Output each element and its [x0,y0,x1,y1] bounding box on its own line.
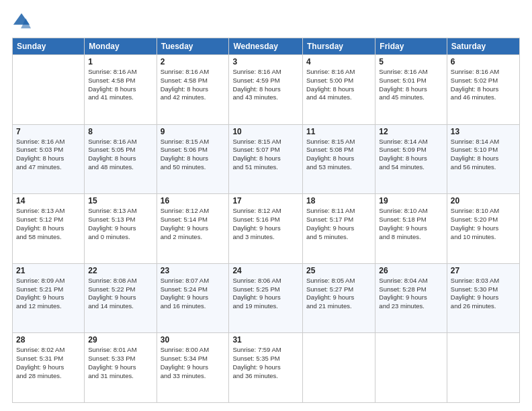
calendar-cell: 19Sunrise: 8:10 AM Sunset: 5:18 PM Dayli… [375,194,447,264]
day-info: Sunrise: 8:16 AM Sunset: 4:58 PM Dayligh… [88,68,152,102]
day-info: Sunrise: 8:10 AM Sunset: 5:18 PM Dayligh… [379,207,443,241]
calendar-cell: 30Sunrise: 8:00 AM Sunset: 5:34 PM Dayli… [157,333,229,403]
calendar-cell: 9Sunrise: 8:15 AM Sunset: 5:06 PM Daylig… [157,124,229,194]
day-number: 19 [379,196,443,205]
day-info: Sunrise: 8:14 AM Sunset: 5:10 PM Dayligh… [451,138,516,172]
day-number: 7 [16,127,81,136]
calendar-cell: 29Sunrise: 8:01 AM Sunset: 5:33 PM Dayli… [85,333,157,403]
day-number: 29 [88,335,152,345]
day-number: 20 [451,196,516,205]
calendar-cell: 20Sunrise: 8:10 AM Sunset: 5:20 PM Dayli… [447,194,519,264]
day-number: 31 [232,335,299,345]
day-number: 22 [88,266,152,275]
week-row-4: 21Sunrise: 8:09 AM Sunset: 5:21 PM Dayli… [13,263,520,333]
day-number: 30 [161,335,226,345]
weekday-header-saturday: Saturday [447,38,519,55]
weekday-header-sunday: Sunday [13,38,85,55]
week-row-1: 1Sunrise: 8:16 AM Sunset: 4:58 PM Daylig… [13,55,520,125]
day-info: Sunrise: 8:01 AM Sunset: 5:33 PM Dayligh… [88,346,152,380]
calendar-cell: 24Sunrise: 8:06 AM Sunset: 5:25 PM Dayli… [229,263,303,333]
calendar-cell: 23Sunrise: 8:07 AM Sunset: 5:24 PM Dayli… [157,263,229,333]
day-info: Sunrise: 8:15 AM Sunset: 5:07 PM Dayligh… [232,138,299,172]
day-number: 12 [379,127,443,136]
day-number: 27 [451,266,516,275]
day-info: Sunrise: 8:05 AM Sunset: 5:27 PM Dayligh… [306,277,371,311]
calendar-cell: 8Sunrise: 8:16 AM Sunset: 5:05 PM Daylig… [85,124,157,194]
calendar-cell: 1Sunrise: 8:16 AM Sunset: 4:58 PM Daylig… [85,55,157,125]
day-number: 15 [88,196,152,205]
day-info: Sunrise: 8:16 AM Sunset: 4:59 PM Dayligh… [232,68,299,102]
weekday-header-wednesday: Wednesday [229,38,303,55]
weekday-header-row: SundayMondayTuesdayWednesdayThursdayFrid… [13,38,520,55]
day-number: 16 [161,196,226,205]
day-info: Sunrise: 8:07 AM Sunset: 5:24 PM Dayligh… [161,277,226,311]
day-number: 25 [306,266,371,275]
logo [12,12,34,31]
day-info: Sunrise: 8:13 AM Sunset: 5:12 PM Dayligh… [16,207,81,241]
day-number: 6 [451,57,516,66]
calendar-cell: 27Sunrise: 8:03 AM Sunset: 5:30 PM Dayli… [447,263,519,333]
calendar-cell [303,333,375,403]
calendar-cell: 7Sunrise: 8:16 AM Sunset: 5:03 PM Daylig… [13,124,85,194]
day-number: 21 [16,266,81,275]
day-info: Sunrise: 8:16 AM Sunset: 5:00 PM Dayligh… [306,68,371,102]
calendar-cell: 26Sunrise: 8:04 AM Sunset: 5:28 PM Dayli… [375,263,447,333]
calendar-cell: 4Sunrise: 8:16 AM Sunset: 5:00 PM Daylig… [303,55,375,125]
calendar-cell [447,333,519,403]
day-number: 8 [88,127,152,136]
day-number: 9 [161,127,226,136]
day-info: Sunrise: 8:15 AM Sunset: 5:06 PM Dayligh… [161,138,226,172]
day-info: Sunrise: 8:12 AM Sunset: 5:14 PM Dayligh… [161,207,226,241]
logo-icon [12,12,31,31]
day-number: 2 [161,57,226,66]
weekday-header-friday: Friday [375,38,447,55]
day-number: 11 [306,127,371,136]
calendar-table: SundayMondayTuesdayWednesdayThursdayFrid… [12,38,520,403]
calendar-cell: 11Sunrise: 8:15 AM Sunset: 5:08 PM Dayli… [303,124,375,194]
week-row-5: 28Sunrise: 8:02 AM Sunset: 5:31 PM Dayli… [13,333,520,403]
day-info: Sunrise: 8:02 AM Sunset: 5:31 PM Dayligh… [16,346,81,380]
day-info: Sunrise: 8:15 AM Sunset: 5:08 PM Dayligh… [306,138,371,172]
calendar-cell: 3Sunrise: 8:16 AM Sunset: 4:59 PM Daylig… [229,55,303,125]
day-info: Sunrise: 8:16 AM Sunset: 5:05 PM Dayligh… [88,138,152,172]
day-info: Sunrise: 8:16 AM Sunset: 5:01 PM Dayligh… [379,68,443,102]
calendar-cell: 18Sunrise: 8:11 AM Sunset: 5:17 PM Dayli… [303,194,375,264]
calendar-cell: 13Sunrise: 8:14 AM Sunset: 5:10 PM Dayli… [447,124,519,194]
calendar-cell: 31Sunrise: 7:59 AM Sunset: 5:35 PM Dayli… [229,333,303,403]
day-number: 4 [306,57,371,66]
day-info: Sunrise: 8:14 AM Sunset: 5:09 PM Dayligh… [379,138,443,172]
calendar-cell: 15Sunrise: 8:13 AM Sunset: 5:13 PM Dayli… [85,194,157,264]
calendar-cell: 12Sunrise: 8:14 AM Sunset: 5:09 PM Dayli… [375,124,447,194]
day-number: 28 [16,335,81,345]
calendar-cell: 21Sunrise: 8:09 AM Sunset: 5:21 PM Dayli… [13,263,85,333]
day-number: 10 [232,127,299,136]
day-number: 14 [16,196,81,205]
day-info: Sunrise: 8:09 AM Sunset: 5:21 PM Dayligh… [16,277,81,311]
day-info: Sunrise: 8:08 AM Sunset: 5:22 PM Dayligh… [88,277,152,311]
week-row-3: 14Sunrise: 8:13 AM Sunset: 5:12 PM Dayli… [13,194,520,264]
day-info: Sunrise: 8:13 AM Sunset: 5:13 PM Dayligh… [88,207,152,241]
weekday-header-thursday: Thursday [303,38,375,55]
calendar-cell: 5Sunrise: 8:16 AM Sunset: 5:01 PM Daylig… [375,55,447,125]
calendar-cell: 14Sunrise: 8:13 AM Sunset: 5:12 PM Dayli… [13,194,85,264]
day-info: Sunrise: 8:00 AM Sunset: 5:34 PM Dayligh… [161,346,226,380]
calendar-cell: 22Sunrise: 8:08 AM Sunset: 5:22 PM Dayli… [85,263,157,333]
calendar-cell: 25Sunrise: 8:05 AM Sunset: 5:27 PM Dayli… [303,263,375,333]
calendar-cell [375,333,447,403]
calendar-cell [13,55,85,125]
day-info: Sunrise: 8:12 AM Sunset: 5:16 PM Dayligh… [232,207,299,241]
day-info: Sunrise: 8:10 AM Sunset: 5:20 PM Dayligh… [451,207,516,241]
day-number: 18 [306,196,371,205]
day-info: Sunrise: 8:16 AM Sunset: 5:02 PM Dayligh… [451,68,516,102]
weekday-header-tuesday: Tuesday [157,38,229,55]
day-number: 23 [161,266,226,275]
day-number: 17 [232,196,299,205]
day-info: Sunrise: 8:16 AM Sunset: 5:03 PM Dayligh… [16,138,81,172]
day-number: 5 [379,57,443,66]
day-info: Sunrise: 8:06 AM Sunset: 5:25 PM Dayligh… [232,277,299,311]
calendar-cell: 16Sunrise: 8:12 AM Sunset: 5:14 PM Dayli… [157,194,229,264]
calendar-cell: 6Sunrise: 8:16 AM Sunset: 5:02 PM Daylig… [447,55,519,125]
day-number: 26 [379,266,443,275]
day-info: Sunrise: 8:03 AM Sunset: 5:30 PM Dayligh… [451,277,516,311]
day-number: 1 [88,57,152,66]
